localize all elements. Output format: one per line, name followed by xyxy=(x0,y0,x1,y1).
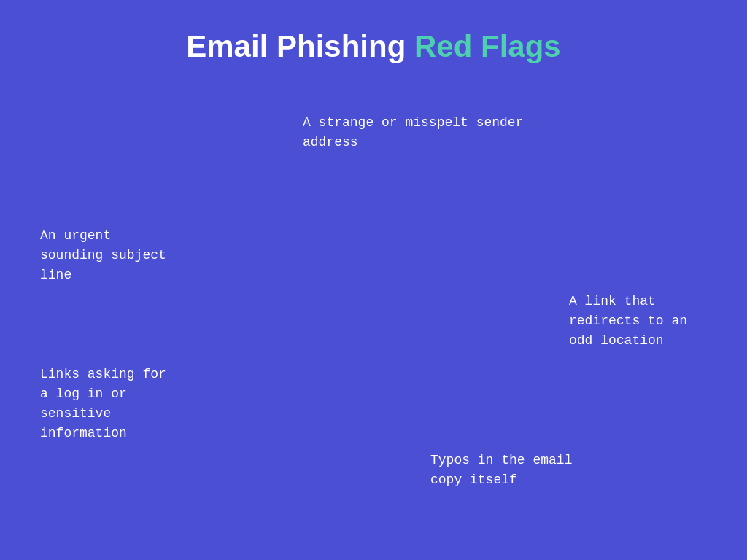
page-title: Email Phishing Red Flags xyxy=(0,29,747,64)
title-part1: Email Phishing xyxy=(186,29,414,63)
flag-typos: Typos in the emailcopy itself xyxy=(430,451,627,490)
page: Email Phishing Red Flags A strange or mi… xyxy=(0,0,747,560)
flag-link: A link thatredirects to anodd location xyxy=(569,292,715,351)
title-part2: Red Flags xyxy=(414,29,561,63)
flag-login: Links asking fora log in orsensitiveinfo… xyxy=(40,365,208,443)
flag-sender: A strange or misspelt senderaddress xyxy=(303,113,580,152)
flag-urgent: An urgentsounding subjectline xyxy=(40,226,201,285)
